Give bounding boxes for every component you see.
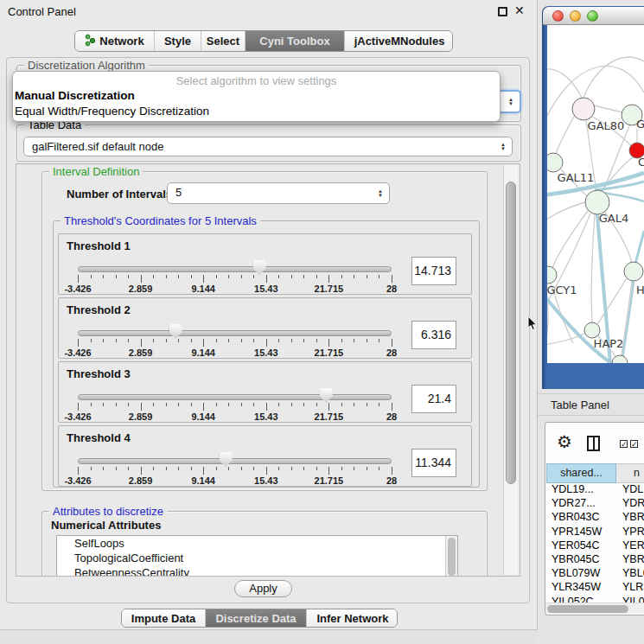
network-window-titlebar[interactable] [543, 7, 644, 25]
network-edge[interactable] [547, 69, 582, 98]
network-edge[interactable] [583, 57, 644, 98]
table-row[interactable]: YLR345WYLR3 [545, 581, 644, 596]
checkbox-icon[interactable]: ✓ [630, 440, 638, 448]
list-scrollbar-thumb[interactable] [448, 538, 456, 576]
threshold-value-field[interactable]: 14.713 [411, 257, 456, 285]
slider-tick-labels: -3.4262.8599.14415.4321.71528 [78, 284, 392, 294]
apply-button[interactable]: Apply [234, 580, 292, 597]
algorithm-option[interactable]: Equal Width/Frequency Discretization [15, 105, 209, 118]
tick-label: -3.426 [64, 348, 91, 358]
tick-mark [303, 339, 304, 342]
tab-impute-data[interactable]: Impute Data [122, 609, 206, 627]
horizontal-scrollbar[interactable] [545, 603, 644, 614]
table-data-select[interactable]: galFiltered.sif default node▲▼ [23, 137, 513, 156]
tab-label: jActiveMNodules [354, 35, 445, 48]
tick-mark [278, 467, 279, 470]
threshold-value-field[interactable]: 11.344 [411, 449, 456, 477]
network-node[interactable] [612, 355, 628, 363]
cell-shared-name[interactable]: YER054C [552, 539, 600, 552]
cell-shared-name[interactable]: YBR043C [552, 511, 600, 523]
slider-track[interactable] [78, 458, 392, 464]
gear-icon[interactable]: ⚙ [557, 433, 572, 450]
attribute-list-item[interactable]: SelfLoops [57, 536, 457, 551]
slider-track[interactable] [78, 394, 392, 400]
zoom-window-icon[interactable] [587, 10, 598, 22]
cell-shared-name[interactable]: YDL19... [552, 483, 594, 495]
cell-shared-name[interactable]: YIL052C [552, 596, 594, 603]
tick-mark [153, 275, 154, 278]
number-of-intervals-select[interactable]: 5▲▼ [167, 182, 390, 204]
slider-track[interactable] [78, 266, 392, 272]
network-node[interactable] [585, 190, 609, 214]
cell-name[interactable]: YDL1 [622, 483, 644, 495]
network-edge[interactable] [594, 105, 622, 112]
column-header-shared-name[interactable]: shared... [546, 463, 616, 483]
slider-track[interactable] [78, 330, 392, 336]
vertical-scrollbar-thumb[interactable] [506, 182, 516, 484]
table-row[interactable]: YER054CYER0 [545, 539, 644, 554]
threshold-value-field[interactable]: 21.4 [411, 385, 456, 413]
close-icon[interactable]: ✕ [514, 3, 525, 17]
cell-name[interactable]: YBR0 [622, 553, 644, 565]
threshold-value-field[interactable]: 6.316 [411, 321, 456, 349]
table-row[interactable]: YPR145WYPR1 [545, 526, 644, 540]
tab-select[interactable]: Select [201, 31, 245, 51]
cell-shared-name[interactable]: YDR27... [552, 497, 596, 509]
network-edge[interactable] [547, 214, 590, 312]
slider-thumb[interactable] [253, 260, 266, 275]
tab-style[interactable]: Style [155, 31, 201, 51]
network-canvas[interactable]: GAL80GACGAL11GAL4GCY1HHAP2 [547, 25, 644, 363]
float-window-icon[interactable] [498, 7, 507, 16]
slider-thumb[interactable] [169, 324, 182, 339]
table-row[interactable]: YDL19...YDL1 [545, 483, 644, 498]
network-edge[interactable] [591, 214, 595, 322]
cell-name[interactable]: YLR3 [622, 581, 644, 593]
cell-name[interactable]: YDR2 [622, 497, 644, 509]
tab-jactivemnodules[interactable]: jActiveMNodules [345, 31, 453, 51]
tab-infer-network[interactable]: Infer Network [307, 609, 398, 627]
network-edge[interactable] [556, 115, 575, 154]
table-row[interactable]: YIL052CYIL0 [545, 596, 644, 603]
checkbox-icon[interactable]: ✓ [620, 440, 628, 448]
cell-shared-name[interactable]: YBL079W [552, 567, 600, 579]
cell-shared-name[interactable]: YLR345W [552, 581, 601, 593]
network-node[interactable] [624, 262, 643, 281]
tick-mark [103, 339, 104, 342]
network-node[interactable] [584, 322, 600, 338]
network-node[interactable] [547, 266, 557, 284]
cell-name[interactable]: YER0 [622, 539, 644, 552]
columns-icon[interactable] [587, 436, 600, 451]
cell-name[interactable]: YPR1 [622, 526, 644, 538]
horizontal-scrollbar-thumb[interactable] [547, 605, 628, 613]
table-row[interactable]: YBR043CYBR0 [545, 511, 644, 526]
tick-mark [228, 339, 229, 342]
tab-discretize-data[interactable]: Discretize Data [206, 609, 307, 627]
cell-name[interactable]: YIL0 [622, 596, 644, 603]
tab-cyni-toolbox[interactable]: Cyni Toolbox [245, 31, 345, 51]
tab-network[interactable]: Network [75, 31, 155, 51]
close-window-icon[interactable] [552, 10, 564, 22]
list-scrollbar[interactable] [445, 536, 457, 577]
tick-mark [241, 403, 242, 406]
cell-name[interactable]: YBR0 [622, 511, 644, 523]
network-node-label: GCY1 [547, 284, 577, 296]
network-node[interactable] [572, 98, 595, 120]
attribute-list-item[interactable]: BetweennessCentrality [57, 565, 457, 577]
table-row[interactable]: YBL079WYBL0 [545, 567, 644, 582]
tab-label: Style [164, 35, 191, 48]
table-row[interactable]: YDR27...YDR2 [545, 497, 644, 512]
slider-thumb[interactable] [320, 388, 333, 403]
attribute-list-item[interactable]: TopologicalCoefficient [57, 551, 457, 565]
cell-shared-name[interactable]: YBR045C [552, 553, 600, 565]
minimize-window-icon[interactable] [570, 10, 581, 22]
network-edge-highlighted[interactable] [622, 281, 634, 359]
algorithm-option[interactable]: Manual Discretization [15, 89, 135, 102]
tick-mark [78, 275, 79, 283]
cell-name[interactable]: YBL0 [622, 567, 644, 579]
vertical-scrollbar[interactable] [503, 165, 518, 575]
network-node[interactable] [547, 153, 563, 172]
table-row[interactable]: YBR045CYBR0 [545, 553, 644, 568]
cell-shared-name[interactable]: YPR145W [552, 526, 602, 538]
slider-thumb[interactable] [220, 452, 233, 467]
column-header-name[interactable]: n [616, 463, 644, 483]
